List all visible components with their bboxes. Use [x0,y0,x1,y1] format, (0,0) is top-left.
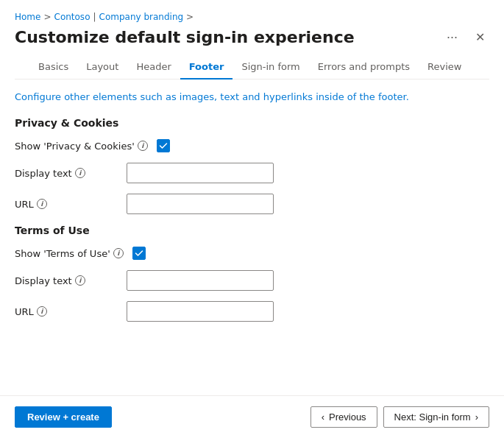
chevron-right-icon: › [475,411,478,423]
privacy-display-text-row: Display text i [15,163,489,183]
terms-url-input[interactable] [127,301,274,322]
terms-section-title: Terms of Use [15,225,489,236]
show-privacy-row: Show 'Privacy & Cookies' i [15,139,489,152]
panel-footer: Review + create ‹ Previous Next: Sign-in… [0,395,504,438]
privacy-cookies-section: Privacy & Cookies Show 'Privacy & Cookie… [15,117,489,214]
privacy-display-text-info-icon[interactable]: i [75,168,85,178]
show-privacy-info-icon[interactable]: i [138,141,148,151]
panel-header: Home > Contoso | Company branding > Cust… [0,0,504,80]
show-privacy-checkbox-container [157,139,170,152]
ellipsis-button[interactable]: ··· [442,28,462,46]
terms-display-text-row: Display text i [15,270,489,291]
terms-checkmark-icon [135,249,143,258]
panel-content: Configure other elements such as images,… [0,80,504,395]
close-button[interactable]: ✕ [471,29,489,46]
next-button[interactable]: Next: Sign-in form › [383,406,489,428]
chevron-left-icon: ‹ [322,411,324,423]
privacy-url-info-icon[interactable]: i [37,199,47,209]
privacy-section-title: Privacy & Cookies [15,117,489,129]
terms-display-text-label: Display text i [15,275,118,286]
checkmark-icon [159,141,168,150]
privacy-url-input[interactable] [127,194,274,214]
tab-basics[interactable]: Basics [29,55,77,80]
customize-panel: Home > Contoso | Company branding > Cust… [0,0,504,438]
breadcrumb-contoso[interactable]: Contoso [54,12,90,22]
privacy-display-text-label: Display text i [15,168,118,179]
tab-layout[interactable]: Layout [77,55,127,80]
breadcrumb-home[interactable]: Home [15,12,40,22]
info-text: Configure other elements such as images,… [15,91,489,102]
review-create-button[interactable]: Review + create [15,406,112,428]
tab-nav: Basics Layout Header Footer Sign-in form… [15,55,489,80]
title-row: Customize default sign-in experience ···… [15,28,489,46]
breadcrumb-sep1: > [43,12,51,22]
show-terms-checkbox[interactable] [132,247,146,260]
breadcrumb-company-branding[interactable]: Company branding [99,12,184,22]
show-terms-checkbox-container [132,247,146,260]
terms-url-info-icon[interactable]: i [37,306,47,317]
breadcrumb-sep2: | [93,12,96,22]
privacy-display-text-input[interactable] [127,163,274,183]
title-actions: ··· ✕ [442,28,489,46]
page-title: Customize default sign-in experience [15,28,355,46]
next-label: Next: Sign-in form [394,411,471,423]
breadcrumb-sep3: > [186,12,194,22]
show-terms-info-icon[interactable]: i [113,248,124,258]
tab-review[interactable]: Review [419,55,470,80]
privacy-url-label: URL i [15,199,118,210]
tab-footer[interactable]: Footer [180,55,233,80]
show-privacy-checkbox[interactable] [157,139,170,152]
show-terms-row: Show 'Terms of Use' i [15,247,489,260]
terms-display-text-info-icon[interactable]: i [75,275,85,286]
show-terms-label: Show 'Terms of Use' i [15,248,124,259]
privacy-url-row: URL i [15,194,489,214]
tab-signin-form[interactable]: Sign-in form [233,55,308,80]
show-privacy-label: Show 'Privacy & Cookies' i [15,141,148,152]
tab-header[interactable]: Header [127,55,180,80]
previous-label: Previous [329,411,366,423]
terms-of-use-section: Terms of Use Show 'Terms of Use' i Disp [15,225,489,322]
footer-right-buttons: ‹ Previous Next: Sign-in form › [310,406,489,428]
terms-url-row: URL i [15,301,489,322]
previous-button[interactable]: ‹ Previous [310,406,377,428]
breadcrumb: Home > Contoso | Company branding > [15,12,489,22]
terms-display-text-input[interactable] [127,270,274,291]
tab-errors-prompts[interactable]: Errors and prompts [309,55,419,80]
terms-url-label: URL i [15,306,118,317]
